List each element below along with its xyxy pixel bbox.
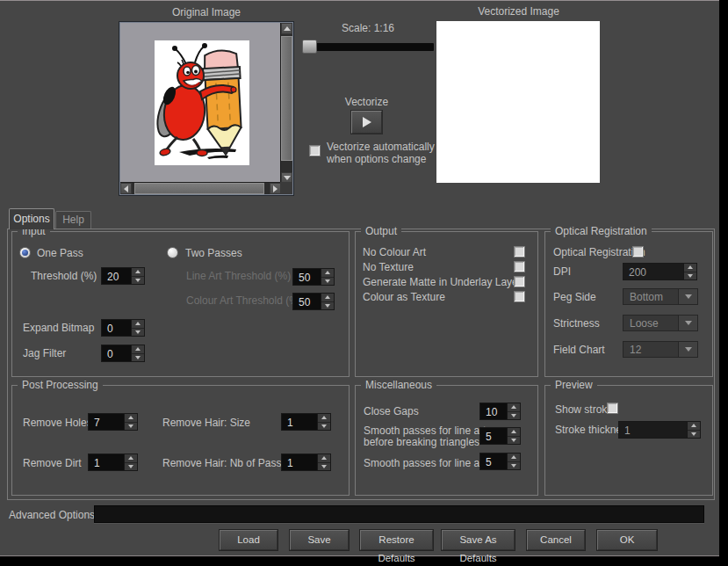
miscellaneous-group-title: Miscellaneous	[361, 379, 436, 392]
horizontal-scroll-thumb[interactable]	[134, 183, 264, 194]
preview-group-title: Preview	[551, 379, 597, 392]
post-processing-group-title: Post Processing	[18, 379, 103, 392]
scroll-left-button[interactable]	[120, 183, 132, 194]
arrow-right-icon	[273, 185, 278, 192]
scrollbar-corner	[280, 182, 292, 194]
auto-vectorize-label-line2: when options change	[327, 153, 426, 165]
auto-vectorize-label-line1: Vectorize automatically	[327, 141, 435, 153]
optical-registration-group: Optical Registration	[544, 231, 713, 377]
ladybug-pencil-illustration	[155, 40, 249, 165]
scale-slider-track[interactable]	[302, 43, 434, 51]
cancel-button[interactable]: Cancel	[527, 530, 585, 550]
auto-vectorize-checkbox[interactable]	[309, 145, 321, 156]
scale-slider[interactable]	[302, 40, 434, 54]
miscellaneous-group: Miscellaneous	[355, 385, 538, 496]
vectorize-label: Vectorize	[334, 96, 400, 108]
vertical-scroll-thumb[interactable]	[281, 36, 292, 161]
ok-button[interactable]: OK	[597, 530, 657, 550]
arrow-left-icon	[124, 185, 128, 192]
output-group-title: Output	[361, 225, 401, 238]
scroll-up-button[interactable]	[281, 23, 292, 34]
advanced-options-input[interactable]	[94, 505, 704, 523]
tab-help[interactable]: Help	[55, 211, 91, 229]
original-vertical-scrollbar[interactable]	[280, 23, 292, 184]
arrow-down-icon	[284, 176, 291, 180]
original-horizontal-scrollbar[interactable]	[120, 182, 281, 194]
original-image-picture	[155, 40, 249, 165]
save-button[interactable]: Save	[290, 530, 349, 550]
post-processing-group: Post Processing	[11, 385, 350, 496]
restore-defaults-button[interactable]: Restore Defaults	[360, 530, 433, 550]
scale-slider-handle[interactable]	[302, 40, 317, 54]
vectorize-dialog: Original Image Vectorized Image	[0, 0, 719, 556]
original-image-label: Original Image	[119, 6, 294, 18]
play-icon	[363, 117, 371, 127]
vectorized-image-label: Vectorized Image	[436, 5, 601, 18]
optical-registration-group-title: Optical Registration	[551, 225, 652, 238]
original-image-viewport	[119, 21, 294, 196]
output-group: Output	[355, 231, 538, 377]
tab-options[interactable]: Options	[9, 208, 54, 229]
input-group: Input	[11, 231, 350, 377]
save-as-defaults-button[interactable]: Save As Defaults	[442, 530, 515, 550]
vectorized-image-viewport	[436, 21, 600, 183]
arrow-up-icon	[284, 26, 291, 31]
preview-group: Preview	[544, 385, 713, 496]
vectorize-play-button[interactable]	[351, 111, 382, 134]
scale-label: Scale: 1:16	[303, 22, 433, 34]
advanced-options-label: Advanced Options	[9, 509, 95, 521]
load-button[interactable]: Load	[220, 530, 278, 550]
